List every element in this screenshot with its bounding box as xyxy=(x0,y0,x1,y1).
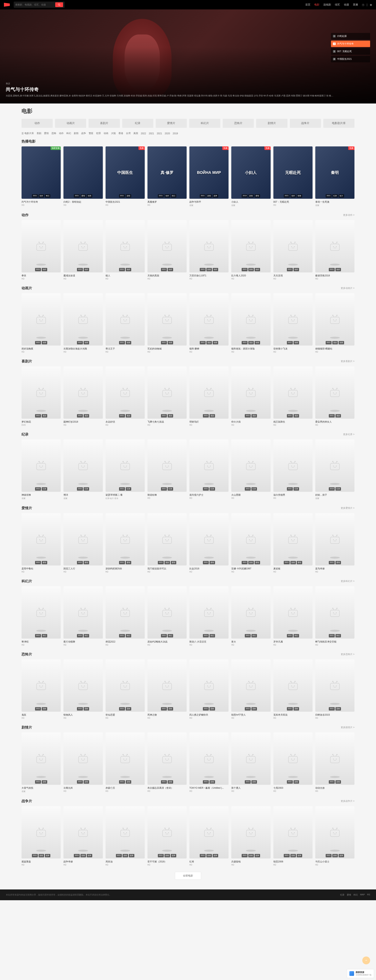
filter-item-5[interactable]: 剧情 xyxy=(74,132,79,135)
movie-card[interactable]: 2021纪录神级坦琳花絮 xyxy=(22,439,61,500)
movie-card[interactable]: 2021剧情爱情麦皮板HD xyxy=(273,513,313,573)
cat-tab-8[interactable]: 战争片 xyxy=(290,119,321,128)
footer-link-4[interactable]: RS xyxy=(367,893,370,896)
section-more-link[interactable]: 更多科幻片 > xyxy=(341,579,354,583)
filter-item-0[interactable]: 喜剧 xyxy=(36,132,41,135)
filter-item-18[interactable]: 2019 xyxy=(173,132,178,135)
movie-card[interactable]: 2021喜剧飞腾七角七首战HD xyxy=(148,366,187,426)
movie-card[interactable]: 2021喜剧理财鸟灯HD xyxy=(189,366,228,426)
filter-item-11[interactable]: 香港 xyxy=(119,132,123,135)
movie-card[interactable]: 2021剧情动动允放HD xyxy=(315,732,354,793)
movie-card[interactable]: 2021剧情动作乱斗毒人2020HD xyxy=(231,220,270,280)
filter-item-3[interactable]: 动作 xyxy=(59,132,63,135)
movie-card[interactable]: 2021科幻更火HD xyxy=(231,586,270,646)
cat-tab-6[interactable]: 恐怖片 xyxy=(223,119,254,128)
movie-card[interactable]: 2021动作极速营救2018HD xyxy=(315,220,354,280)
movie-card[interactable]: 2021喜剧爱朵男的帅女人HD xyxy=(315,366,354,426)
movie-card[interactable]: 2021剧情七母2003HD xyxy=(273,732,313,793)
clock-icon[interactable]: ◷ xyxy=(362,3,364,6)
filter-item-4[interactable]: 科幻 xyxy=(67,132,71,135)
movie-card[interactable]: 2021科幻夜行动慢舞HD xyxy=(63,586,103,646)
movie-card[interactable]: 2021剧情战争战争奇缘HD xyxy=(63,806,103,866)
movie-card[interactable]: 2021科幻师花2022HD xyxy=(106,586,145,646)
filter-item-8[interactable]: 犯罪 xyxy=(96,132,101,135)
filter-item-10[interactable]: 大陆 xyxy=(111,132,116,135)
filter-item-17[interactable]: 2020 xyxy=(165,132,170,135)
movie-card[interactable]: 2021喜剧动画雄猫猫部·晒建站HD xyxy=(315,293,354,353)
footer-link-2[interactable]: 科幻 xyxy=(354,893,358,896)
movie-card[interactable]: 2021动作拳皇HD xyxy=(22,220,61,280)
cat-tab-3[interactable]: 纪录 xyxy=(122,119,153,128)
movie-card[interactable]: 2021剧情战争周皇油HD xyxy=(106,806,145,866)
cat-tab-4[interactable]: 爱情片 xyxy=(156,119,187,128)
movie-card[interactable]: 无暇赴死2021动作惊悚007：无暇赴死HD xyxy=(273,146,313,207)
movie-card[interactable]: 2021爱情蓝鸟奇缘HD xyxy=(315,513,354,573)
movie-card[interactable]: 2021恐怖死神之吻HD xyxy=(148,659,187,719)
movie-card[interactable]: 2021喜剧仰火大病HD xyxy=(231,366,270,426)
movie-card[interactable]: 2021动作天狼的真面HD xyxy=(148,220,187,280)
movie-card[interactable]: 2021剧情战争观盘聚盘HD xyxy=(22,806,61,866)
filter-item-13[interactable]: 美国 xyxy=(133,132,138,135)
movie-card[interactable]: 2021纪录火山琵嚷HD xyxy=(231,439,270,500)
movie-card[interactable]: 2021动作核人HD xyxy=(106,220,145,280)
user-icon[interactable]: ◉ xyxy=(370,3,372,6)
movie-card[interactable]: 2021动画蒂洁王子HD xyxy=(106,293,145,353)
movie-card[interactable]: 2021剧情战争兵捷疑钱HD xyxy=(231,806,270,866)
movie-card[interactable]: 2021剧情战争红筹HD xyxy=(189,806,228,866)
nav-item-3[interactable]: 综艺 xyxy=(335,3,340,6)
cat-tab-9[interactable]: 电影剧片库 xyxy=(323,119,354,128)
hero-side-item-3[interactable]: 4中国医生2021 xyxy=(331,56,370,62)
filter-item-7[interactable]: 警匪 xyxy=(89,132,94,135)
movie-card[interactable]: 2021科幻牙华凡属HD xyxy=(273,586,313,646)
movie-card[interactable]: 2021喜剧动画猫和·鹏棒HD xyxy=(189,293,228,353)
section-more-link[interactable]: 更多爱情片 > xyxy=(341,506,354,510)
movie-card[interactable]: 2021喜剧爱情我只能说疑诗可以HD xyxy=(148,513,187,573)
nav-item-0[interactable]: 首页 xyxy=(305,3,310,6)
movie-card[interactable]: 2021纪录诺瑟琴球驱二·養纪录·短片·音乐 xyxy=(106,439,145,500)
movie-card[interactable]: 热播ВОЙНА МИР2021剧情战争战争与和平花絮 xyxy=(189,146,228,207)
movie-card[interactable]: 2021恐怖宽风奇天喧说HD xyxy=(273,659,313,719)
section-more-link[interactable]: 更多战争片 > xyxy=(341,800,354,803)
filter-item-1[interactable]: 爱情 xyxy=(44,132,49,135)
movie-card[interactable]: 2021动作天兵压境HD xyxy=(273,220,313,280)
movie-card[interactable]: 2021恐怖世仙思盟HD xyxy=(106,659,145,719)
nav-item-5[interactable]: 直播 xyxy=(353,3,358,6)
filter-item-16[interactable]: 2021 xyxy=(157,132,162,135)
search-input[interactable] xyxy=(15,3,55,6)
footer-link-3[interactable]: MAP xyxy=(360,893,365,896)
movie-card[interactable]: 2021恐怖朝恩hrf子贽人HD xyxy=(231,659,270,719)
movie-card[interactable]: 真·修罗2021动作科幻真魔修罗HD xyxy=(148,146,187,207)
movie-card[interactable]: 2021恐怖鬼医HD xyxy=(22,659,61,719)
movie-card[interactable]: 2021剧情TOKYO MER ~赢着（Untitled )...HD xyxy=(189,732,228,793)
movie-card[interactable]: 2021剧情爱情安娜·卡列尼娜1997HD xyxy=(231,513,270,573)
section-more-link[interactable]: 更多喜剧片 > xyxy=(341,360,354,363)
nav-item-1[interactable]: 电影 xyxy=(314,3,319,6)
movie-card[interactable]: 2021科幻蝉飞驾枕茶净交空能HD xyxy=(315,586,354,646)
cat-tab-5[interactable]: 科幻片 xyxy=(189,119,220,128)
movie-card[interactable]: 2021动画乐高加勒比海盗大光顾HD xyxy=(63,293,103,353)
movie-card[interactable]: 2021剧情战争朝思2006HD xyxy=(273,806,313,866)
movie-card[interactable]: 2021动画宿舍驱小飞龙HD xyxy=(273,293,313,353)
movie-card[interactable]: 2021恐怖怪物凤人HD xyxy=(63,659,103,719)
section-more-link[interactable]: 更多剧情片 > xyxy=(341,726,354,729)
movie-card[interactable]: 2021爱情动画白蛇2：青蛇劫起HD xyxy=(63,146,103,207)
movie-card[interactable]: 2021剧情冷离丸科HD xyxy=(63,732,103,793)
section-more-link[interactable]: 更多纪录 > xyxy=(343,433,354,436)
movie-card[interactable]: 2021爱情国花三人行HD xyxy=(63,513,103,573)
movie-card[interactable]: 2021剧情大善气焰悦花絮 xyxy=(22,732,61,793)
filter-item-2[interactable]: 恐怖 xyxy=(51,132,56,135)
movie-card[interactable]: 2021爱情是雨中敬站HD xyxy=(22,513,61,573)
movie-card[interactable]: 2021剧情战争坚不可摧（2018）HD xyxy=(148,806,187,866)
movie-card[interactable]: 2021爱情比盒2016HD xyxy=(189,513,228,573)
hero-side-item-2[interactable]: 3007: 无暇赴死 xyxy=(331,48,370,55)
filter-item-15[interactable]: 2021 xyxy=(149,132,154,135)
movie-card[interactable]: 2021动作魔域女妖道HD xyxy=(63,220,103,280)
section-more-link[interactable]: 更多动作 > xyxy=(343,213,354,217)
logo[interactable] xyxy=(4,3,10,7)
movie-card[interactable]: 2021科幻骑龙八·大语启玄HD xyxy=(189,586,228,646)
movie-card[interactable]: 2021恐怖归鹤洛谷2015HD xyxy=(315,659,354,719)
nav-item-2[interactable]: 连续剧 xyxy=(323,3,331,6)
search-button[interactable] xyxy=(55,2,63,7)
filter-item-12[interactable]: 台湾 xyxy=(126,132,131,135)
movie-card[interactable]: 2021纪录追白劳德男HD xyxy=(273,439,313,500)
